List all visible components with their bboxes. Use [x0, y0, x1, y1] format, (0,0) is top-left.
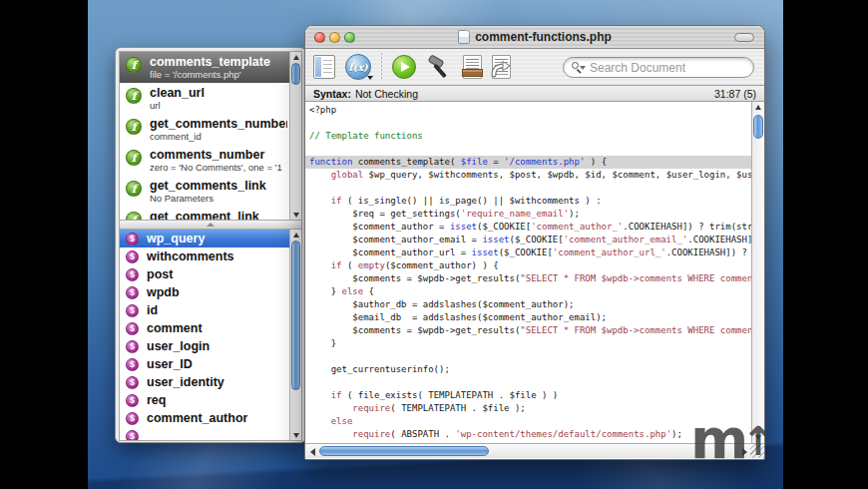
documents-drawer-button[interactable] [313, 55, 335, 79]
variable-icon: $ [126, 376, 139, 389]
variable-list-item[interactable]: $comment_author [120, 409, 289, 427]
variable-list-item[interactable]: $comment [120, 319, 289, 337]
arrow-down-icon [293, 213, 299, 218]
variables-panel: $wp_query$withcomments$post$wpdb$id$comm… [119, 229, 302, 441]
menu-arrow-icon [367, 76, 373, 80]
variable-list-item[interactable]: $post [120, 265, 289, 283]
vertical-scrollbar[interactable] [751, 102, 764, 443]
letterbox-left [0, 0, 88, 489]
code-line [305, 143, 751, 156]
scroll-down-arrow[interactable] [290, 210, 301, 220]
toolbar-toggle-button[interactable] [734, 33, 754, 42]
window-title: comment-functions.php [475, 30, 612, 44]
screen: fcomments_templatefile = '/comments.php'… [0, 0, 868, 489]
code-content[interactable]: <?php // Template functions function com… [305, 102, 751, 443]
variable-icon: $ [126, 358, 139, 371]
variable-icon: $ [126, 286, 139, 299]
code-line: $email_db = addslashes($comment_author_e… [305, 311, 751, 324]
variable-icon: $ [126, 412, 139, 425]
function-list-item[interactable]: fget_comments_linkNo Parameters [120, 176, 289, 207]
variables-list[interactable]: $wp_query$withcomments$post$wpdb$id$comm… [120, 230, 289, 440]
function-list-item[interactable]: fcomments_templatefile = '/comments.php' [120, 52, 289, 83]
variable-list-item[interactable]: $ [120, 427, 289, 440]
variable-list-item[interactable]: $user_ID [120, 355, 289, 373]
variable-name: comment [147, 321, 203, 335]
arrow-down-icon [293, 433, 299, 438]
variable-name: user_login [147, 339, 210, 353]
variable-icon: $ [126, 233, 139, 245]
code-line: global $wp_query, $withcomments, $post, … [305, 169, 751, 182]
variable-icon: $ [126, 340, 139, 353]
preview-button[interactable] [492, 55, 511, 79]
vertical-scrollbar-thumb[interactable] [753, 115, 763, 139]
function-params: zero = 'No Comments', one = '1 [150, 162, 282, 173]
function-name: get_comments_number [150, 117, 287, 131]
variable-list-item[interactable]: $req [120, 391, 289, 409]
variable-icon: $ [126, 430, 139, 441]
code-line: $comment_author_email = isset($_COOKIE['… [305, 234, 751, 246]
arrow-left-icon [310, 448, 315, 456]
snippets-button[interactable] [463, 55, 482, 79]
function-name: get_comment_link [150, 210, 259, 220]
arrow-up-icon [293, 55, 299, 60]
scroll-up-arrow[interactable] [752, 102, 764, 113]
functions-scrollbar-thumb[interactable] [291, 63, 300, 85]
variable-list-item[interactable]: $user_login [120, 337, 289, 355]
function-icon: f [126, 150, 142, 166]
search-input[interactable] [590, 61, 745, 75]
variables-scrollbar[interactable] [289, 230, 301, 440]
scroll-up-arrow[interactable] [290, 52, 301, 62]
close-button-icon[interactable] [314, 32, 325, 43]
arrow-up-icon [755, 105, 761, 110]
function-name: comments_template [150, 55, 270, 69]
variable-list-item[interactable]: $withcomments [120, 247, 289, 265]
panel-splitter[interactable] [119, 221, 302, 229]
code-line: get_currentuserinfo(); [305, 363, 751, 376]
document-icon [458, 30, 470, 44]
window-controls [314, 32, 355, 43]
scroll-down-arrow[interactable] [290, 430, 301, 440]
variable-list-item[interactable]: $wpdb [120, 283, 289, 301]
functions-menu-button[interactable]: f(x) [345, 54, 371, 80]
run-button[interactable] [392, 55, 416, 79]
variable-icon: $ [126, 322, 139, 335]
functions-panel: fcomments_templatefile = '/comments.php'… [119, 51, 302, 221]
variable-name: req [147, 393, 166, 407]
code-line: if ( empty($comment_author) ) { [305, 259, 751, 272]
function-icon: f [126, 212, 142, 220]
letterbox-right [783, 0, 868, 489]
zoom-button-icon[interactable] [344, 32, 355, 43]
variable-list-item[interactable]: $wp_query [120, 230, 289, 247]
function-list-item[interactable]: fcomments_numberzero = 'No Comments', on… [120, 145, 289, 176]
functions-scrollbar[interactable] [289, 52, 301, 220]
preview-icon [492, 55, 511, 79]
variable-list-item[interactable]: $id [120, 301, 289, 319]
variable-list-item[interactable]: $user_identity [120, 373, 289, 391]
run-icon [392, 55, 416, 79]
function-list-item[interactable]: fclean_urlurl [120, 83, 289, 114]
code-line: $comments = $wpdb->get_results("SELECT *… [305, 324, 751, 337]
code-editor[interactable]: <?php // Template functions function com… [305, 102, 764, 443]
code-line: if ( file_exists( TEMPLATEPATH . $file )… [305, 389, 751, 402]
status-bar: Syntax: Not Checking 31:87 (5) [305, 86, 764, 102]
toolbar-separator [381, 53, 382, 81]
documents-icon [313, 55, 335, 79]
build-button[interactable] [426, 54, 453, 81]
variables-scrollbar-thumb[interactable] [291, 241, 300, 390]
scroll-left-arrow[interactable] [307, 446, 318, 457]
variable-name: post [147, 267, 173, 281]
function-list-item[interactable]: fget_comment_link [120, 207, 289, 220]
minimize-button-icon[interactable] [329, 32, 340, 43]
code-line [305, 350, 751, 363]
code-line [305, 376, 751, 389]
horizontal-scrollbar-thumb[interactable] [319, 446, 489, 456]
scroll-up-arrow[interactable] [290, 230, 301, 240]
functions-list[interactable]: fcomments_templatefile = '/comments.php'… [120, 52, 289, 220]
function-icon: f [126, 181, 142, 197]
title-bar[interactable]: comment-functions.php [305, 26, 764, 49]
search-field[interactable] [563, 57, 754, 78]
arrow-up-icon [293, 233, 299, 238]
code-line: <?php [305, 104, 751, 117]
code-line: $comment_author_url = isset($_COOKIE['co… [305, 246, 751, 259]
function-list-item[interactable]: fget_comments_numbercomment_id [120, 114, 289, 145]
